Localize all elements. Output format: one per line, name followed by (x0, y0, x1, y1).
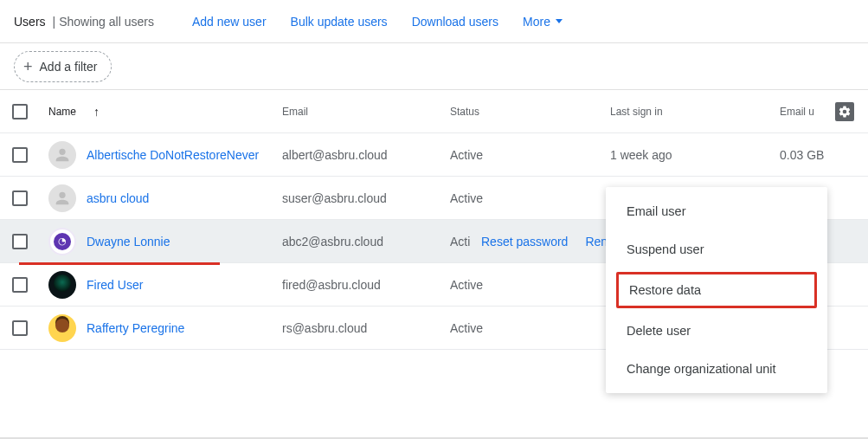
user-name-link[interactable]: Rafferty Peregrine (87, 321, 184, 335)
user-name-link[interactable]: asbru cloud (87, 191, 149, 205)
table-header: Name↑ Email Status Last sign in Email u (0, 90, 868, 133)
avatar (48, 141, 76, 169)
avatar-initial-icon: ◔ (54, 233, 71, 250)
user-name-link[interactable]: Fired User (87, 278, 143, 292)
col-email-header[interactable]: Email (282, 106, 450, 118)
cell-email: abc2@asbru.cloud (282, 235, 450, 249)
download-users-link[interactable]: Download users (412, 15, 498, 29)
menu-change-ou[interactable]: Change organizational unit (606, 350, 827, 388)
row-checkbox[interactable] (12, 320, 28, 336)
col-name-label: Name (48, 106, 76, 118)
cell-email: suser@asbru.cloud (282, 191, 450, 205)
caret-down-icon (556, 19, 563, 23)
gear-icon (838, 105, 852, 119)
cell-status: Active (450, 278, 610, 292)
annotation-underline (19, 262, 220, 265)
cell-status: Active (450, 191, 610, 205)
more-options-menu: Email user Suspend user Restore data Del… (606, 187, 827, 393)
more-menu-link[interactable]: More (523, 15, 563, 29)
add-user-link[interactable]: Add new user (192, 15, 267, 29)
header-bar: Users | Showing all users Add new user B… (0, 0, 868, 43)
row-hover-actions: Reset password Rena (481, 220, 614, 262)
person-icon (53, 189, 72, 208)
person-icon (53, 145, 72, 165)
sort-asc-icon: ↑ (93, 105, 100, 119)
filter-bar: + Add a filter (0, 43, 868, 90)
cell-signin: 1 week ago (610, 148, 780, 162)
more-label: More (523, 15, 550, 29)
row-checkbox[interactable] (12, 277, 28, 293)
add-filter-label: Add a filter (40, 60, 98, 74)
menu-restore-data[interactable]: Restore data (616, 272, 817, 308)
avatar (48, 314, 76, 342)
title-separator: | (53, 15, 56, 29)
bulk-update-link[interactable]: Bulk update users (291, 15, 388, 29)
menu-delete-user[interactable]: Delete user (606, 312, 827, 350)
col-signin-header[interactable]: Last sign in (610, 106, 780, 118)
avatar (48, 271, 76, 299)
row-checkbox[interactable] (12, 234, 28, 249)
cell-usage: 0.03 GB (780, 148, 856, 162)
user-name-link[interactable]: Albertische DoNotRestoreNever (87, 148, 259, 162)
table-row[interactable]: Albertische DoNotRestoreNever albert@asb… (0, 133, 868, 177)
col-name-header[interactable]: Name↑ (48, 105, 282, 119)
page-title: Users (14, 15, 46, 29)
row-checkbox[interactable] (12, 147, 28, 163)
avatar: ◔ (48, 228, 76, 255)
cell-email: fired@asbru.cloud (282, 278, 450, 292)
menu-suspend-user[interactable]: Suspend user (606, 230, 827, 268)
column-settings-button[interactable] (835, 102, 854, 121)
cell-email: albert@asbru.cloud (282, 148, 450, 162)
header-links: Add new user Bulk update users Download … (192, 15, 563, 29)
avatar (48, 184, 76, 212)
cell-status: Active (450, 321, 610, 335)
reset-password-link[interactable]: Reset password (481, 235, 568, 249)
cell-status: Active (450, 148, 610, 162)
add-filter-button[interactable]: + Add a filter (14, 51, 112, 82)
page-subtitle: Showing all users (59, 15, 154, 29)
row-checkbox[interactable] (12, 190, 28, 206)
user-name-link[interactable]: Dwayne Lonnie (87, 235, 170, 249)
menu-email-user[interactable]: Email user (606, 192, 827, 230)
cell-email: rs@asbru.cloud (282, 321, 450, 335)
col-status-header[interactable]: Status (450, 106, 610, 118)
select-all-checkbox[interactable] (12, 104, 28, 119)
